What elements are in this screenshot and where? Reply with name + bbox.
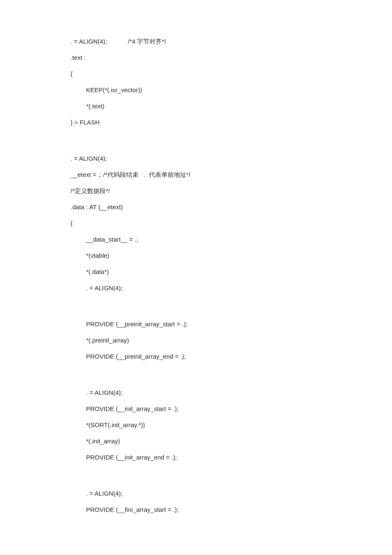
code-line: PROVIDE (__fini_array_start = .); [71,506,330,513]
code-line: . = ALIGN(4); [71,285,330,291]
code-line: *(.init_array) [71,438,330,444]
code-line: KEEP(*(.isr_vector)) [71,87,330,93]
code-line: *(.data*) [71,269,330,275]
blank-line [71,369,330,379]
code-line: *(vtable) [71,252,330,259]
code-line: . = ALIGN(4); [71,155,330,161]
code-line: { [71,71,330,77]
code-line: PROVIDE (__preinit_array_end = .); [71,353,330,359]
code-line: __data_start__ = .; [71,236,330,242]
code-line: } > FLASH [71,119,330,125]
code-line: *(.text) [71,103,330,109]
blank-line [71,470,330,480]
code-line: /*定义数据段*/ [71,188,330,194]
code-line: *(SORT(.init_array.*)) [71,422,330,428]
code-line: .data : AT (__etext) [71,204,330,210]
code-line: . = ALIGN(4); /*4 字节对齐*/ [71,38,330,44]
code-line: PROVIDE (__preinit_array_start = .); [71,321,330,327]
code-line: *(.preinit_array) [71,337,330,343]
code-line: PROVIDE (__init_array_start = .); [71,406,330,412]
code-line: .text : [71,54,330,61]
code-line: __etext = .; /*代码段结束 . 代表单前地址*/ [71,171,330,178]
blank-line [71,135,330,145]
code-line: . = ALIGN(4); [71,389,330,396]
code-line: PROVIDE (__init_array_end = .); [71,454,330,460]
code-line: . = ALIGN(4); [71,490,330,496]
code-line: { [71,220,330,226]
blank-line [71,301,330,311]
document-page: . = ALIGN(4); /*4 字节对齐*/ .text : { KEEP(… [0,0,392,555]
